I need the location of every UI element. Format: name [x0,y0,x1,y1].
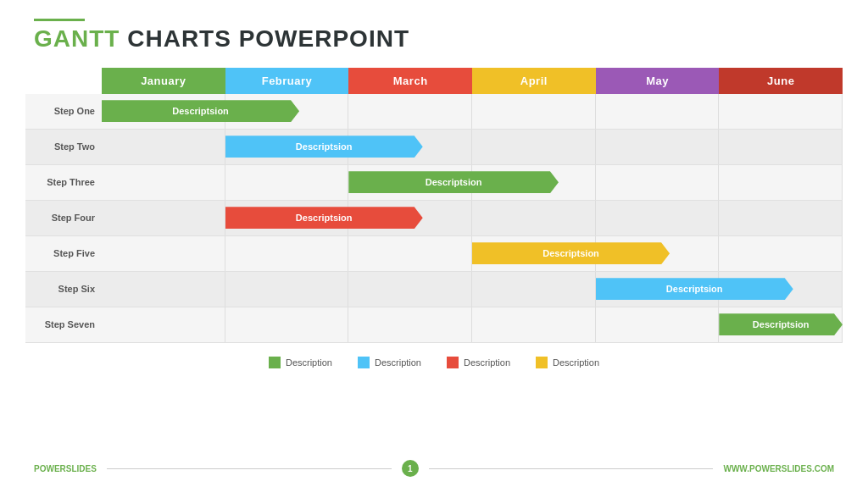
legend-item: Description [358,357,421,368]
chart-area: January February March April May June St… [0,68,868,343]
legend-color-box [536,357,548,368]
legend-item: Description [447,357,510,368]
row-label: Step Three [25,177,102,187]
gantt-cell [225,307,349,342]
gantt-cell [596,130,720,164]
brand-green: SLIDES [66,464,97,473]
row-label: Step Four [25,213,102,223]
month-may: May [596,68,720,94]
gantt-bar: Descriptsion [102,100,299,122]
gantt-cell [472,130,596,164]
page-title: GANTT CHARTS POWERPOINT [34,26,834,53]
gantt-bar: Descriptsion [348,171,559,193]
gantt-cell [102,272,225,307]
row-label: Step One [25,106,102,116]
gantt-cell [102,236,225,271]
gantt-row: Step ThreeDescriptsion [25,165,843,201]
legend-color-box [269,357,281,368]
legend-label: Description [553,357,599,368]
footer-page-number: 1 [402,460,419,477]
title-gantt: GANTT [34,25,120,52]
gantt-row: Step FiveDescriptsion [25,236,843,272]
footer-url: WWW.POWERSLIDES.COM [723,464,834,473]
page-wrapper: GANTT CHARTS POWERPOINT January February… [0,0,868,487]
gantt-cell [102,165,225,200]
gantt-row: Step TwoDescriptsion [25,130,843,165]
gantt-bar: Descriptsion [472,242,670,264]
footer-brand: POWERSLIDES [34,464,97,473]
gantt-row: Step FourDescriptsion [25,201,843,236]
month-february: February [225,68,349,94]
row-cells: Descriptsion [102,201,843,235]
gantt-cell [348,236,472,271]
gantt-cell [102,130,225,164]
legend-item: Description [536,357,599,368]
gantt-cell [719,94,843,129]
footer-line-left [107,468,392,469]
gantt-bar: Descriptsion [596,278,793,300]
title-rest: CHARTS POWERPOINT [120,25,409,52]
gantt-cell [596,201,720,235]
gantt-bar: Descriptsion [225,207,423,229]
legend: DescriptionDescriptionDescriptionDescrip… [0,351,868,374]
months-row: January February March April May June [102,68,843,94]
gantt-bar: Descriptsion [225,136,423,158]
legend-color-box [447,357,459,368]
gantt-table: Step OneDescriptsionStep TwoDescriptsion… [25,94,843,343]
gantt-cell [719,201,843,235]
gantt-cell [596,307,720,342]
legend-label: Description [464,357,510,368]
row-label: Step Seven [25,319,102,329]
gantt-row: Step SevenDescriptsion [25,307,843,343]
month-june: June [719,68,843,94]
gantt-cell [348,94,472,129]
gantt-cell [472,201,596,235]
legend-item: Description [269,357,332,368]
gantt-cell [596,94,720,129]
brand-black: POWER [34,464,66,473]
row-cells: Descriptsion [102,236,843,271]
gantt-cell [719,130,843,164]
legend-color-box [358,357,370,368]
row-cells: Descriptsion [102,165,843,200]
gantt-cell [472,94,596,129]
legend-label: Description [375,357,421,368]
row-cells: Descriptsion [102,307,843,342]
row-cells: Descriptsion [102,94,843,129]
header-accent-line [34,19,85,21]
row-label: Step Two [25,141,102,152]
gantt-row: Step SixDescriptsion [25,272,843,307]
gantt-cell [225,165,349,200]
gantt-cell [596,165,720,200]
month-april: April [472,68,596,94]
gantt-cell [102,201,225,235]
row-label: Step Five [25,248,102,258]
gantt-row: Step OneDescriptsion [25,94,843,130]
legend-label: Description [286,357,332,368]
gantt-cell [472,272,596,307]
gantt-cell [225,272,349,307]
footer: POWERSLIDES 1 WWW.POWERSLIDES.COM [0,460,868,477]
header: GANTT CHARTS POWERPOINT [0,0,868,61]
row-label: Step Six [25,284,102,294]
gantt-cell [348,272,472,307]
gantt-cell [348,307,472,342]
gantt-cell [102,307,225,342]
row-cells: Descriptsion [102,130,843,164]
gantt-bar: Descriptsion [719,313,843,335]
month-january: January [102,68,225,94]
row-cells: Descriptsion [102,272,843,307]
month-march: March [348,68,472,94]
footer-line-right [429,468,714,469]
gantt-cell [719,165,843,200]
gantt-cell [719,236,843,271]
gantt-cell [472,307,596,342]
gantt-cell [225,236,349,271]
